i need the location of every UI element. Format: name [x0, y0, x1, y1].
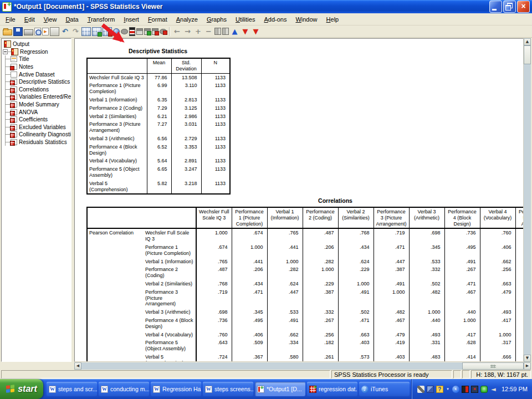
corr-variable-label: Wechsler Full Scale IQ 3	[144, 228, 196, 243]
menu-analyze[interactable]: Analyze	[172, 14, 202, 24]
collapse-icon[interactable]: −	[204, 27, 213, 36]
vscroll-track[interactable]	[524, 38, 531, 362]
vertical-scrollbar[interactable]: ▲ ▼	[524, 38, 531, 362]
insert-heading-icon[interactable]	[144, 28, 151, 35]
outline-item-excluded-variables[interactable]: Excluded Variables	[6, 124, 71, 131]
corr-value-cell: .736	[196, 316, 232, 331]
outline-item-descriptive-statistics[interactable]: Descriptive Statistics	[6, 78, 71, 86]
corr-value-cell: .662	[267, 331, 303, 339]
recall-dialogs-icon[interactable]	[50, 27, 59, 36]
start-button[interactable]: start	[0, 379, 43, 399]
export-icon[interactable]: ▸	[42, 28, 49, 35]
menu-help[interactable]: Help	[322, 14, 344, 24]
display-settings-icon[interactable]	[427, 386, 434, 393]
demote-icon[interactable]: ▼	[241, 27, 250, 36]
menu-add-ons[interactable]: Add-ons	[259, 14, 291, 24]
insert-title-icon[interactable]	[152, 28, 158, 35]
taskbar-button-regression-ha-[interactable]: WRegression Ha...	[151, 382, 201, 396]
corr-value-cell: .467	[444, 288, 480, 308]
save-icon[interactable]	[13, 27, 23, 36]
corr-value-cell: .417	[444, 331, 480, 339]
outline-pane[interactable]: Output Regression TitleNotesActive Datas…	[1, 38, 71, 362]
outline-item-model-summary[interactable]: Model Summary	[6, 101, 71, 109]
close-button[interactable]: ×	[517, 1, 530, 13]
taskbar-button-steps-screens-[interactable]: Wsteps screens...	[203, 382, 253, 396]
next-output-icon[interactable]: →	[183, 27, 192, 36]
designate-window-icon[interactable]	[136, 28, 143, 35]
descriptives-table[interactable]: MeanStd. DeviationN Wechsler Full Scale …	[86, 58, 231, 195]
goto-case-icon[interactable]	[92, 27, 101, 36]
previous-output-icon[interactable]: ←	[172, 27, 182, 36]
horizontal-scrollbar[interactable]: ◀ ▶	[74, 362, 531, 370]
variables-icon[interactable]	[103, 27, 112, 36]
chevron-down-icon[interactable]: ▾	[446, 386, 450, 393]
print-preview-icon[interactable]	[34, 28, 41, 35]
microphone-icon[interactable]	[417, 386, 424, 393]
use-sets-icon[interactable]	[121, 29, 128, 34]
outline-item-variables-entered-removed[interactable]: Variables Entered/Removed	[6, 93, 71, 101]
desc-variable-label: Verbal 2 (Similarities)	[87, 112, 147, 121]
collapse-box-icon[interactable]	[3, 49, 8, 54]
security-icon[interactable]	[462, 386, 469, 393]
outline-group-regression[interactable]: Regression	[2, 48, 71, 56]
undo-icon[interactable]: ↶	[60, 27, 70, 36]
taskbar-button-itunes[interactable]: ♪iTunes	[359, 382, 410, 396]
select-last-output-icon[interactable]	[129, 27, 135, 36]
menu-format[interactable]: Format	[144, 14, 172, 24]
scroll-right-icon[interactable]: ▶	[524, 362, 531, 370]
outline-item-title[interactable]: Title	[6, 55, 71, 63]
menu-transform[interactable]: Transform	[83, 14, 120, 24]
help-icon[interactable]: ?	[436, 386, 443, 393]
menu-utilities[interactable]: Utilities	[231, 14, 259, 24]
hide-output-icon[interactable]	[222, 28, 229, 35]
goto-data-icon[interactable]	[81, 27, 91, 36]
menu-data[interactable]: Data	[61, 14, 83, 24]
outline-item-notes[interactable]: Notes	[6, 63, 71, 71]
outline-item-anova[interactable]: ANOVA	[6, 108, 71, 116]
taskbar-button-regression-dat-[interactable]: regression dat...	[307, 382, 357, 396]
taskbar-button-steps-and-scr-[interactable]: Wsteps and scr...	[47, 382, 97, 396]
move-level-icon[interactable]: ▼	[251, 27, 260, 36]
graphics-icon[interactable]: ×	[471, 386, 478, 393]
menu-file[interactable]: File	[1, 14, 20, 24]
outline-hscrollbar[interactable]	[1, 362, 71, 370]
menu-view[interactable]: View	[39, 14, 62, 24]
promote-icon[interactable]: ▲	[230, 27, 239, 36]
output-pane[interactable]: Descriptive Statistics MeanStd. Deviatio…	[74, 38, 524, 362]
vscroll-thumb[interactable]	[524, 45, 531, 64]
outline-item-coefficients[interactable]: Coefficients	[6, 116, 71, 124]
corr-value-cell: .282	[267, 265, 303, 280]
menu-edit[interactable]: Edit	[20, 14, 39, 24]
wireless-icon[interactable]	[480, 386, 488, 393]
find-icon[interactable]	[113, 28, 120, 35]
expand-icon[interactable]: +	[193, 27, 203, 36]
collapse-chevron-icon[interactable]: ‹	[452, 386, 459, 393]
outline-root[interactable]: Output	[2, 40, 71, 48]
hscroll-thumb[interactable]	[462, 362, 524, 370]
taskbar-button--output1-d-[interactable]: *Output1 [D...	[255, 382, 305, 396]
print-icon[interactable]	[24, 29, 33, 35]
open-icon[interactable]	[3, 29, 12, 35]
correlations-table[interactable]: Wechsler Full Scale IQ 3Performance 1 (P…	[86, 207, 524, 362]
show-output-icon[interactable]	[214, 28, 221, 35]
menu-insert[interactable]: Insert	[119, 14, 144, 24]
insert-text-icon[interactable]	[160, 29, 167, 34]
minimize-button[interactable]	[489, 1, 502, 13]
scroll-left-icon[interactable]: ◀	[74, 362, 81, 370]
scroll-down-icon[interactable]: ▼	[524, 355, 531, 362]
menu-window[interactable]: Window	[291, 14, 321, 24]
outline-item-collinearity-diagnostics[interactable]: Collinearity Diagnostics	[6, 131, 71, 139]
taskbar-button-conducting-m-[interactable]: Wconducting m...	[99, 382, 149, 396]
outline-item-correlations[interactable]: Correlations	[6, 86, 71, 94]
scroll-up-icon[interactable]: ▲	[524, 38, 531, 45]
volume-icon[interactable]: ◄	[490, 386, 497, 393]
outline-item-active-dataset[interactable]: Active Dataset	[6, 70, 71, 78]
menu-graphs[interactable]: Graphs	[202, 14, 231, 24]
taskbar-clock[interactable]: 12:59 PM	[502, 386, 528, 392]
corr-variable-label: Performance 2 (Coding)	[144, 265, 196, 280]
redo-icon[interactable]: ↷	[71, 27, 80, 36]
restore-button[interactable]	[503, 1, 516, 13]
outline-item-residuals-statistics[interactable]: Residuals Statistics	[6, 139, 71, 146]
table-icon	[11, 109, 17, 115]
corr-value-cell: .479	[374, 331, 409, 339]
